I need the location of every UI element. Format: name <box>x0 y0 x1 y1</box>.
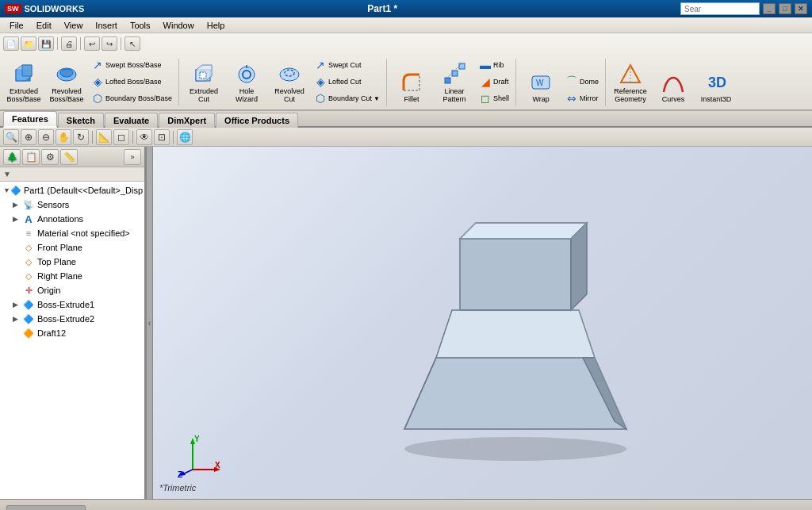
tab-features[interactable]: Features <box>3 111 57 128</box>
mirror-button[interactable]: ⇔ Mirror <box>563 90 601 106</box>
zoom-out-button[interactable]: ⊖ <box>38 129 54 145</box>
tree-item-boss-extrude1[interactable]: ▶ 🔷 Boss-Extrude1 <box>0 297 144 312</box>
wrap-button[interactable]: W Wrap <box>520 67 561 106</box>
tree-item-boss-extrude2[interactable]: ▶ 🔷 Boss-Extrude2 <box>0 312 144 326</box>
feature-tree: 🌲 📋 ⚙ 📏 » ▼ ▼ 🔷 Part1 (Default<<Default>… <box>0 147 147 499</box>
svg-point-24 <box>404 437 626 461</box>
zoom-to-fit-button[interactable]: 🔍 <box>3 129 19 145</box>
swept-boss-base-button[interactable]: ↗ Swept Boss/Base <box>89 57 174 73</box>
menu-view[interactable]: View <box>58 19 90 32</box>
viewport[interactable]: Y X Z *Trimetric <box>153 147 812 499</box>
tab-sketch[interactable]: Sketch <box>58 113 104 128</box>
display-style-button[interactable]: ◻ <box>113 129 129 145</box>
linear-pattern-button[interactable]: LinearPattern <box>434 59 475 106</box>
select-button[interactable]: ↖ <box>124 36 140 51</box>
boundary-boss-base-button[interactable]: ⬡ Boundary Boss/Base <box>89 90 174 106</box>
redo-button[interactable]: ↪ <box>102 36 117 51</box>
tree-item-sensors[interactable]: ▶ 📡 Sensors <box>0 197 144 212</box>
draft-label: Draft <box>493 78 509 86</box>
close-button[interactable]: ✕ <box>795 3 807 14</box>
quick-toolbar: 📄 📁 💾 🖨 ↩ ↪ ↖ <box>3 35 809 52</box>
instant3d-button[interactable]: 3D Instant3D <box>695 67 737 106</box>
boundary-cut-button[interactable]: ⬡ Boundary Cut ▼ <box>312 90 382 106</box>
tree-item-material[interactable]: ≡ Material <not specified> <box>0 226 144 240</box>
tree-item-right-plane[interactable]: ◇ Right Plane <box>0 269 144 283</box>
menu-window[interactable]: Window <box>157 19 201 32</box>
tree-item-part1[interactable]: ▼ 🔷 Part1 (Default<<Default>_Disp <box>0 183 144 197</box>
render-tools-button[interactable]: 🌐 <box>177 129 193 145</box>
search-input[interactable] <box>680 2 760 15</box>
ref-section: ReferenceGeometry Curves 3D Instant3D <box>610 59 737 106</box>
zoom-in-button[interactable]: ⊕ <box>21 129 36 145</box>
new-button[interactable]: 📄 <box>3 36 19 51</box>
right-plane-icon: ◇ <box>22 270 35 282</box>
menu-help[interactable]: Help <box>201 19 232 32</box>
sw-logo: SW <box>5 4 21 13</box>
draft-button[interactable]: ◢ Draft <box>477 74 511 90</box>
open-button[interactable]: 📁 <box>21 36 36 51</box>
reference-geometry-button[interactable]: ReferenceGeometry <box>610 59 651 106</box>
cut-stacked: ↗ Swept Cut ◈ Lofted Cut ⬡ Boundary Cut … <box>312 57 382 106</box>
rotate-button[interactable]: ↻ <box>73 129 89 145</box>
tree-content: ▼ 🔷 Part1 (Default<<Default>_Disp ▶ 📡 Se… <box>0 182 144 499</box>
menu-tools[interactable]: Tools <box>124 19 157 32</box>
lofted-cut-button[interactable]: ◈ Lofted Cut <box>312 74 382 90</box>
rib-button[interactable]: ▬ Rib <box>477 57 511 73</box>
section-view-button[interactable]: ⊡ <box>154 129 170 145</box>
hide-show-button[interactable]: 👁 <box>136 129 152 145</box>
swept-cut-icon: ↗ <box>314 59 327 71</box>
feature-manager-tab[interactable]: 🌲 <box>3 149 21 165</box>
swept-cut-button[interactable]: ↗ Swept Cut <box>312 57 382 73</box>
hole-wizard-button[interactable]: HoleWizard <box>226 59 267 106</box>
curves-icon <box>661 70 686 95</box>
draft12-icon: 🔶 <box>22 327 35 339</box>
pan-button[interactable]: ✋ <box>56 129 71 145</box>
view-orientation-button[interactable]: 📐 <box>96 129 112 145</box>
lofted-boss-base-button[interactable]: ◈ Lofted Boss/Base <box>89 74 174 90</box>
shell-button[interactable]: ◻ Shell <box>477 90 511 106</box>
shell-icon: ◻ <box>479 92 492 105</box>
tree-item-origin[interactable]: ✛ Origin <box>0 283 144 297</box>
menu-file[interactable]: File <box>3 19 30 32</box>
viewport-label: *Trimetric <box>159 483 196 493</box>
tree-item-front-plane[interactable]: ◇ Front Plane <box>0 240 144 255</box>
dome-button[interactable]: ⌒ Dome <box>563 74 601 90</box>
tab-evaluate[interactable]: Evaluate <box>105 113 158 128</box>
tree-item-annotations[interactable]: ▶ A Annotations <box>0 212 144 226</box>
wrap-icon: W <box>528 70 553 95</box>
lofted-boss-base-label: Lofted Boss/Base <box>105 78 162 86</box>
dimxpert-manager-tab[interactable]: 📏 <box>60 149 78 165</box>
h-scrollbar[interactable] <box>6 505 86 511</box>
revolved-boss-base-icon <box>54 62 79 87</box>
sensors-label: Sensors <box>37 200 69 209</box>
svg-rect-15 <box>459 63 465 69</box>
revolved-boss-base-label: RevolvedBoss/Base <box>49 88 83 104</box>
origin-icon: ✛ <box>22 284 35 297</box>
expand-tree-button[interactable]: » <box>124 149 141 165</box>
svg-marker-29 <box>460 239 571 310</box>
print-button[interactable]: 🖨 <box>61 36 77 51</box>
mirror-icon: ⇔ <box>565 92 578 105</box>
collapse-handle[interactable]: ‹ <box>147 147 153 499</box>
extruded-cut-button[interactable]: ExtrudedCut <box>183 59 224 106</box>
save-button[interactable]: 💾 <box>38 36 54 51</box>
menu-insert[interactable]: Insert <box>89 19 124 32</box>
tree-item-draft12[interactable]: 🔶 Draft12 <box>0 326 144 340</box>
curves-button[interactable]: Curves <box>653 67 694 106</box>
revolved-cut-button[interactable]: RevolvedCut <box>269 59 310 106</box>
tree-item-top-plane[interactable]: ◇ Top Plane <box>0 255 144 269</box>
property-manager-tab[interactable]: 📋 <box>22 149 40 165</box>
tab-dimxpert[interactable]: DimXpert <box>159 113 215 128</box>
separator-3 <box>121 37 121 50</box>
menu-edit[interactable]: Edit <box>30 19 58 32</box>
extruded-boss-base-button[interactable]: ExtrudedBoss/Base <box>3 59 44 106</box>
separator-1 <box>57 37 58 50</box>
undo-button[interactable]: ↩ <box>84 36 100 51</box>
revolved-boss-base-button[interactable]: RevolvedBoss/Base <box>46 59 87 106</box>
config-manager-tab[interactable]: ⚙ <box>41 149 59 165</box>
fillet-button[interactable]: Fillet <box>391 67 432 106</box>
minimize-button[interactable]: _ <box>763 3 776 14</box>
annotations-label: Annotations <box>37 214 83 224</box>
tab-office-products[interactable]: Office Products <box>216 113 298 128</box>
maximize-button[interactable]: □ <box>779 3 791 14</box>
